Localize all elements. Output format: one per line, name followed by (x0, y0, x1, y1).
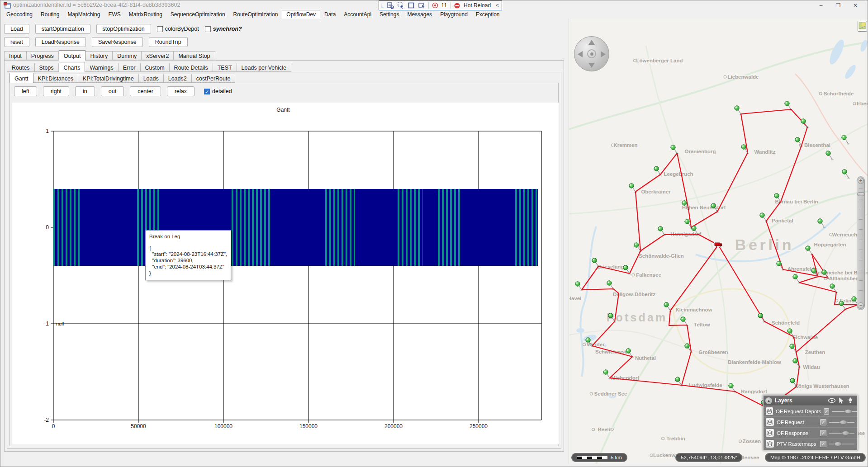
layer-stack-icon[interactable] (766, 440, 774, 448)
layer-visibility-checkbox[interactable]: ✓ (824, 408, 829, 415)
layer-stack-icon[interactable] (766, 407, 773, 415)
layer-opacity-slider[interactable] (832, 408, 857, 415)
menu-tab-geocoding[interactable]: Geocoding (2, 10, 37, 19)
gantt-bar-stripes[interactable] (515, 189, 538, 266)
tab-charts[interactable]: Charts (59, 62, 85, 72)
tab-test[interactable]: TEST (213, 63, 237, 72)
pan-down-icon[interactable] (588, 63, 595, 68)
pan-left-icon[interactable] (578, 51, 583, 57)
maximize-button[interactable]: ❐ (830, 0, 847, 10)
stop-pin[interactable] (818, 219, 825, 228)
stop-pin[interactable] (826, 151, 834, 160)
load-button[interactable]: Load (4, 24, 29, 34)
left-button[interactable]: left (14, 86, 37, 96)
pan-right-icon[interactable] (601, 51, 606, 57)
drag-handle-icon[interactable]: ⣿ (381, 3, 384, 8)
layer-stack-icon[interactable] (766, 418, 774, 426)
tab-kpi-totaldrivingtime[interactable]: KPI:TotalDrivingtime (78, 74, 139, 83)
reset-button[interactable]: reset (4, 37, 29, 47)
gantt-bar-stripes[interactable] (325, 189, 355, 266)
gantt-bar-stripes[interactable] (438, 189, 461, 266)
tab-routes[interactable]: Routes (7, 63, 35, 72)
startoptimization-button[interactable]: startOptimization (35, 24, 90, 34)
checkbox-detailed[interactable]: ✓detailed (204, 88, 232, 94)
zoom-out-button[interactable]: − (858, 302, 864, 309)
menu-tab-playground[interactable]: Playground (436, 10, 472, 19)
tab-progress[interactable]: Progress (27, 51, 59, 60)
menu-tab-exception[interactable]: Exception (472, 10, 504, 19)
hot-reload-disabled-icon[interactable] (454, 2, 460, 9)
tab-manual-stop[interactable]: Manual Stop (174, 51, 215, 60)
map-compass-control[interactable] (574, 36, 609, 71)
pan-up-icon[interactable] (588, 40, 595, 45)
tab-warnings[interactable]: Warnings (85, 63, 118, 72)
select-element-icon[interactable] (397, 2, 404, 9)
tab-output[interactable]: Output (59, 50, 86, 61)
menu-tab-matrixrouting[interactable]: MatrixRouting (125, 10, 166, 19)
depot-truck[interactable] (714, 242, 723, 247)
menu-tab-settings[interactable]: Settings (375, 10, 403, 19)
relax-button[interactable]: relax (167, 86, 194, 96)
gantt-bar-stripes[interactable] (398, 189, 422, 266)
live-visual-tree-icon[interactable] (387, 2, 394, 9)
track-element-icon[interactable] (418, 2, 425, 9)
tab-kpi-distances[interactable]: KPI:Distances (33, 74, 79, 83)
menu-tab-sequenceoptimization[interactable]: SequenceOptimization (166, 10, 229, 19)
zoom-slider-handle[interactable] (857, 192, 864, 196)
layout-adorners-icon[interactable] (408, 2, 415, 9)
highlight-icon[interactable] (847, 397, 854, 404)
stop-pin[interactable] (842, 170, 850, 179)
saveresponse-button[interactable]: SaveResponse (92, 37, 143, 47)
hot-reload-label[interactable]: Hot Reload (464, 2, 491, 9)
zoom-slider[interactable]: + − (857, 176, 865, 310)
tab-stops[interactable]: Stops (35, 63, 59, 72)
tab-history[interactable]: History (85, 51, 113, 60)
layer-opacity-slider[interactable] (829, 419, 854, 425)
tab-loads2[interactable]: Loads2 (164, 74, 192, 83)
roundtrip-button[interactable]: RoundTrip (149, 37, 188, 47)
visibility-icon[interactable] (828, 398, 836, 403)
menu-tab-accountapi[interactable]: AccountApi (340, 10, 375, 19)
tab-dummy[interactable]: Dummy (113, 51, 142, 60)
layer-visibility-checkbox[interactable]: ✓ (820, 441, 826, 447)
checkbox-synchron[interactable]: synchron? (205, 26, 242, 32)
tab-input[interactable]: Input (4, 51, 27, 60)
menu-tab-data[interactable]: Data (320, 10, 340, 19)
collapse-toolbar-icon[interactable]: < (496, 2, 499, 9)
center-button[interactable]: center (130, 86, 161, 96)
compass-center-icon[interactable] (590, 52, 593, 56)
tab-error[interactable]: Error (119, 63, 141, 72)
tab-xserver2[interactable]: xServer2 (142, 51, 174, 60)
in-button[interactable]: in (75, 86, 95, 96)
menu-tab-messages[interactable]: Messages (403, 10, 436, 19)
close-button[interactable]: ✕ (847, 0, 864, 10)
tab-loads-per-vehicle[interactable]: Loads per Vehicle (237, 63, 291, 72)
layer-visibility-checkbox[interactable]: ✓ (820, 419, 826, 425)
menu-tab-routeoptimization[interactable]: RouteOptimization (229, 10, 282, 19)
tab-loads[interactable]: Loads (139, 74, 164, 83)
menu-tab-mapmatching[interactable]: MapMatching (63, 10, 104, 19)
menu-tab-routing[interactable]: Routing (37, 10, 63, 19)
tab-custom[interactable]: Custom (141, 63, 170, 72)
zoom-in-button[interactable]: + (858, 178, 864, 184)
stop-pin[interactable] (842, 135, 849, 145)
select-layer-icon[interactable] (839, 397, 844, 404)
menu-tab-ews[interactable]: EWS (104, 10, 124, 19)
gantt-bar-stripes[interactable] (53, 189, 81, 266)
gantt-bar-stripes[interactable] (232, 189, 272, 266)
layer-opacity-slider[interactable] (829, 441, 854, 447)
collapse-layers-icon[interactable]: ▲ (765, 397, 772, 404)
tab-route-details[interactable]: Route Details (170, 63, 213, 72)
minimize-button[interactable]: – (812, 0, 830, 10)
checkbox-colorbydepot[interactable]: colorByDepot (157, 26, 199, 32)
gantt-bar[interactable] (53, 189, 538, 266)
menu-tab-optiflowdev[interactable]: OptiflowDev (282, 10, 320, 19)
right-button[interactable]: right (43, 86, 69, 96)
tab-gantt[interactable]: Gantt (9, 73, 33, 83)
map-panel[interactable]: Löwenberger LandLiebenwaldeSchorfheideEb… (569, 19, 868, 464)
layer-visibility-checkbox[interactable]: ✓ (820, 430, 826, 436)
tab-costperroute[interactable]: costPerRoute (192, 74, 236, 83)
out-button[interactable]: out (101, 86, 124, 96)
loadresponse-button[interactable]: LoadResponse (35, 37, 86, 47)
layer-opacity-slider[interactable] (829, 430, 854, 436)
